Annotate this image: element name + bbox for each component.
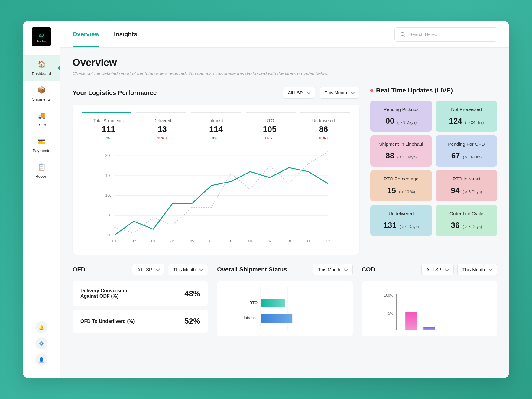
sidebar-item-label: Report [35,174,47,179]
select-label: This Month [173,267,196,272]
live-indicator-icon [370,89,373,92]
live-card-note: ( > 16 Hrs) [463,155,482,159]
stat-item[interactable]: Total Shipments 111 5% ↑ [82,118,135,140]
overall-title: Overall Shipment Status [217,266,287,273]
live-card-title: Undelivered [376,211,427,216]
stat-item[interactable]: RTO 105 16% ↓ [243,118,297,140]
live-card[interactable]: Order Life Cycle 36 ( > 3 Days) [436,205,497,236]
search-field[interactable] [394,27,497,42]
settings-button[interactable]: ⚙️ [35,337,47,349]
live-card[interactable]: PTO Intransit 94 ( > 5 Days) [436,170,497,201]
stat-item[interactable]: Undelivered 86 10% ↓ [297,118,350,140]
stat-label: Delivered [135,118,189,123]
stat-delta: 8% ↑ [189,136,243,140]
report-icon: 📋 [37,163,46,172]
svg-rect-16 [423,327,435,330]
x-tick: 05 [190,239,194,243]
live-card[interactable]: Shipment In Linehaul 88 ( > 2 Days) [370,135,432,167]
content: Overview Check out the detailed report o… [60,48,509,346]
profile-button[interactable]: 👤 [35,354,47,366]
live-card-title: Shipment In Linehaul [376,141,427,147]
bar-chart-svg: 100% 75% [368,287,491,330]
gear-icon: ⚙️ [38,341,44,346]
stat-tab-seg[interactable] [82,112,131,113]
search-icon [400,32,406,37]
series-current [115,168,328,235]
stat-tab-seg[interactable] [136,112,186,113]
filter-lsp[interactable]: All LSP [283,87,315,99]
stat-delta: 10% ↓ [297,136,350,140]
overall-column: Overall Shipment Status This Month RTO I… [217,264,352,337]
stats-row: Total Shipments 111 5% ↑Delivered 13 12%… [82,118,350,140]
bar-label-rto: RTO [250,300,258,305]
live-card[interactable]: Pending Pickups 00 ( > 3 Days) [370,101,432,132]
chevron-down-icon [488,267,493,271]
stat-label: Total Shipments [82,118,135,123]
live-card-title: Not Processed [441,107,492,112]
notifications-button[interactable]: 🔔 [35,321,47,333]
sidebar-item-label: Shipments [32,97,50,102]
sidebar-item-payments[interactable]: 💳 Payments [23,132,60,158]
sidebar-item-label: Dashboard [32,71,51,76]
line-chart-svg: 0050100150200010203040506070809101112 [82,149,350,245]
stat-delta: 16% ↓ [243,136,297,140]
live-card[interactable]: Undelivered 131 ( > 6 Days) [370,205,432,236]
stat-item[interactable]: Delivered 13 12% ↓ [135,118,189,140]
metric-label: Delivery Conversion Against ODF (%) [80,288,141,299]
filter-period-label: This Month [325,90,347,95]
overall-filter-period[interactable]: This Month [313,264,352,275]
ofd-filter-period[interactable]: This Month [168,264,208,275]
truck-icon: 🚚 [37,111,46,120]
stat-item[interactable]: Intransit 114 8% ↑ [189,118,243,140]
search-input[interactable] [409,32,491,37]
y-tick: 100 [105,193,111,198]
sidebar-item-lsps[interactable]: 🚚 LSPs [23,106,60,132]
live-card-title: Pending Pickups [376,107,427,112]
stat-value: 114 [189,125,243,134]
bar-label-intransit: Intransit [244,316,258,320]
live-card[interactable]: Pending For OFD 67 ( > 16 Hrs) [436,135,497,167]
select-label: This Month [318,267,340,272]
sidebar-item-dashboard[interactable]: 🏠 Dashboard [23,55,60,81]
stat-label: Intransit [189,118,243,123]
y-tick: 75% [386,311,393,316]
stat-value: 111 [82,125,135,134]
cod-filter-period[interactable]: This Month [457,264,497,275]
x-tick: 02 [132,239,136,243]
ofd-column: OFD All LSP This Month Delivery Conversi… [73,264,208,337]
live-card[interactable]: Not Processed 124 ( > 24 Hrs) [436,101,497,132]
topbar: Overview Insights [60,21,509,48]
live-card[interactable]: PTO Percentage 15 ( > 10 %) [370,170,432,201]
live-card-value: 124 [449,116,462,126]
y-tick: 200 [105,154,111,158]
cod-column: COD All LSP This Month 100% 75% [362,264,497,337]
filter-period[interactable]: This Month [320,87,359,99]
sidebar-item-label: Payments [33,148,50,153]
stat-delta: 5% ↑ [82,136,135,140]
sidebar: Style Spot 🏠 Dashboard 📦 Shipments 🚚 LSP… [23,21,60,378]
series-previous [115,152,328,233]
filter-lsp-label: All LSP [288,90,303,95]
app-shell: Style Spot 🏠 Dashboard 📦 Shipments 🚚 LSP… [23,21,509,378]
chevron-down-icon [344,267,348,271]
live-card-value: 131 [383,221,396,230]
cod-filter-lsp[interactable]: All LSP [421,264,454,275]
x-tick: 01 [112,239,117,243]
stat-tab-seg[interactable] [246,112,296,113]
sidebar-item-report[interactable]: 📋 Report [23,158,60,183]
cod-header: COD All LSP This Month [362,264,497,275]
ofd-filter-lsp[interactable]: All LSP [132,264,164,275]
sidebar-item-shipments[interactable]: 📦 Shipments [23,81,60,106]
main: Overview Insights Overview Check out the… [60,21,509,378]
live-card-title: PTO Intransit [441,176,492,182]
chevron-down-icon [199,267,203,271]
tab-overview[interactable]: Overview [73,22,99,47]
performance-chart: 0050100150200010203040506070809101112 [82,149,350,245]
stat-label: Undelivered [297,118,350,123]
stat-tab-seg[interactable] [300,112,350,113]
metric-value: 52% [184,316,200,326]
tab-insights[interactable]: Insights [114,22,137,47]
stat-tab-seg[interactable] [191,112,241,113]
x-tick: 06 [209,239,214,243]
chevron-down-icon [351,90,355,94]
